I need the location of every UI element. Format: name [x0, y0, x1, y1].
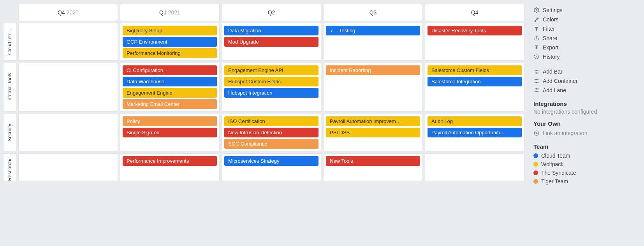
chevron-right-icon: [330, 29, 334, 33]
roadmap-cell[interactable]: [18, 114, 118, 151]
column-year: 2020: [67, 9, 79, 16]
link-integration-item[interactable]: Link an integration: [533, 128, 638, 138]
bar-label: PSI DSS: [330, 129, 350, 136]
roadmap-bar[interactable]: Microservices Strategy: [224, 156, 318, 166]
roadmap-bar[interactable]: Incident Reporting: [326, 65, 420, 75]
roadmap-bar[interactable]: Engagement Engine: [123, 88, 217, 98]
roadmap-bar[interactable]: Payroll Automation Opportuniti…: [428, 128, 522, 137]
roadmap-bar[interactable]: Payroll Automation Improvem…: [326, 116, 420, 126]
roadmap-bar[interactable]: Engagement Engine API: [224, 65, 318, 75]
add-lane-menu-item[interactable]: Add Lane: [533, 86, 638, 95]
gear-icon: [533, 7, 540, 13]
roadmap-bar[interactable]: Hubspot Custom Fields: [224, 77, 318, 86]
roadmap-cell[interactable]: Payroll Automation Improvem…PSI DSS: [323, 114, 423, 151]
roadmap-bar[interactable]: Testing: [326, 26, 420, 35]
roadmap-bar[interactable]: PSI DSS: [326, 128, 420, 137]
roadmap-cell[interactable]: Engagement Engine APIHubspot Custom Fiel…: [222, 63, 321, 112]
roadmap-cell[interactable]: Testing: [323, 23, 423, 61]
settings-menu-item[interactable]: Settings: [533, 5, 638, 15]
roadmap-bar[interactable]: Marketing Email Center: [123, 99, 217, 109]
column-header[interactable]: Q4: [425, 4, 524, 21]
team-legend-item[interactable]: Wolfpack: [533, 160, 638, 169]
roadmap-bar[interactable]: Policy: [123, 116, 217, 126]
roadmap-cell[interactable]: [18, 63, 118, 112]
roadmap-cell[interactable]: CI ConfigurationData WarehouseEngagement…: [120, 63, 220, 112]
team-name: The Syndicate: [541, 170, 576, 176]
roadmap-bar[interactable]: Audit Log: [428, 116, 522, 126]
roadmap-bar[interactable]: Salesforce Custom Fields: [428, 65, 522, 75]
roadmap-bar[interactable]: Hubspot Integration: [224, 88, 318, 98]
roadmap-cell[interactable]: Audit LogPayroll Automation Opportuniti…: [425, 114, 524, 151]
column-header[interactable]: Q1 2021: [120, 4, 220, 21]
svg-point-7: [535, 79, 536, 80]
bar-label: Performance Monitoring: [127, 50, 181, 56]
column-header[interactable]: Q4 2020: [18, 4, 118, 21]
lane-header[interactable]: Internal Tools: [3, 63, 16, 112]
menu-label: Share: [543, 35, 557, 41]
roadmap-cell[interactable]: New Tools: [323, 153, 423, 181]
bar-label: Engagement Engine: [127, 90, 172, 96]
lane-header[interactable]: Cloud Infr…: [3, 23, 16, 61]
lane-label: Cloud Infr…: [7, 29, 12, 55]
roadmap-bar[interactable]: Disaster Recovery Tools: [428, 26, 522, 35]
svg-point-3: [537, 70, 538, 71]
lane-header[interactable]: Security: [3, 114, 16, 151]
bar-label: Data Migration: [228, 27, 261, 34]
bar-label: SOC Compliance: [228, 141, 267, 147]
team-legend-item[interactable]: Cloud Team: [533, 151, 638, 160]
grip-icon: [533, 69, 540, 74]
column-header[interactable]: Q3: [323, 4, 423, 21]
grid-corner: [3, 4, 16, 21]
roadmap-bar[interactable]: Single Sign-on: [123, 128, 217, 137]
roadmap-bar[interactable]: BigQuery Setup: [123, 26, 217, 35]
roadmap-cell[interactable]: Performance Improvements: [120, 153, 220, 181]
roadmap-cell[interactable]: [425, 153, 524, 181]
roadmap-cell[interactable]: Data MigrationMod Upgrade: [222, 23, 321, 61]
roadmap-cell[interactable]: Incident Reporting: [323, 63, 423, 112]
share-icon: [533, 35, 540, 41]
roadmap-cell[interactable]: Salesforce Custom FieldsSalesforce Integ…: [425, 63, 524, 112]
roadmap-bar[interactable]: Data Warehouse: [123, 77, 217, 86]
share-menu-item[interactable]: Share: [533, 33, 638, 43]
roadmap-cell[interactable]: [18, 153, 118, 181]
column-year: 2021: [168, 9, 180, 16]
roadmap-grid: Q4 2020Q1 2021Q2Q3Q4Cloud Infr…BigQuery …: [3, 4, 524, 181]
column-header[interactable]: Q2: [222, 4, 321, 21]
roadmap-bar[interactable]: GCP Environment: [123, 37, 217, 47]
roadmap-cell[interactable]: Disaster Recovery Tools: [425, 23, 524, 61]
team-name: Tiger Team: [541, 178, 568, 184]
roadmap-bar[interactable]: ISO Certification: [224, 116, 318, 126]
team-color-dot: [533, 162, 538, 167]
export-menu-item[interactable]: Export: [533, 43, 638, 52]
lane-header[interactable]: Research/…: [3, 153, 16, 181]
roadmap-cell[interactable]: BigQuery SetupGCP EnvironmentPerformance…: [120, 23, 220, 61]
menu-label: Add Bar: [543, 69, 563, 75]
roadmap-cell[interactable]: PolicySingle Sign-on: [120, 114, 220, 151]
colors-menu-item[interactable]: Colors: [533, 15, 638, 24]
roadmap-bar[interactable]: Performance Monitoring: [123, 48, 217, 58]
menu-label: Filter: [543, 26, 555, 32]
roadmap-bar[interactable]: Salesforce Integration: [428, 77, 522, 86]
roadmap-cell[interactable]: Microservices Strategy: [222, 153, 321, 181]
add-container-menu-item[interactable]: Add Container: [533, 76, 638, 86]
svg-point-13: [535, 88, 536, 90]
history-menu-item[interactable]: History: [533, 52, 638, 62]
bar-label: Payroll Automation Opportuniti…: [431, 129, 505, 136]
roadmap-bar[interactable]: Data Migration: [224, 26, 318, 35]
svg-point-5: [536, 72, 537, 74]
team-legend-item[interactable]: Tiger Team: [533, 177, 638, 186]
sidebar: Settings Colors Filter Share Export Hist…: [527, 0, 644, 246]
roadmap-bar[interactable]: CI Configuration: [123, 65, 217, 75]
team-color-dot: [533, 170, 538, 175]
roadmap-bar[interactable]: SOC Compliance: [224, 139, 318, 149]
add-bar-menu-item[interactable]: Add Bar: [533, 67, 638, 76]
roadmap-cell[interactable]: [18, 23, 118, 61]
roadmap-bar[interactable]: New Intrusion Detection: [224, 128, 318, 137]
roadmap-bar[interactable]: New Tools: [326, 156, 420, 166]
bar-label: Incident Reporting: [330, 67, 371, 74]
roadmap-bar[interactable]: Performance Improvements: [123, 156, 217, 166]
team-legend-item[interactable]: The Syndicate: [533, 169, 638, 177]
roadmap-bar[interactable]: Mod Upgrade: [224, 37, 318, 47]
filter-menu-item[interactable]: Filter: [533, 24, 638, 33]
roadmap-cell[interactable]: ISO CertificationNew Intrusion Detection…: [222, 114, 321, 151]
